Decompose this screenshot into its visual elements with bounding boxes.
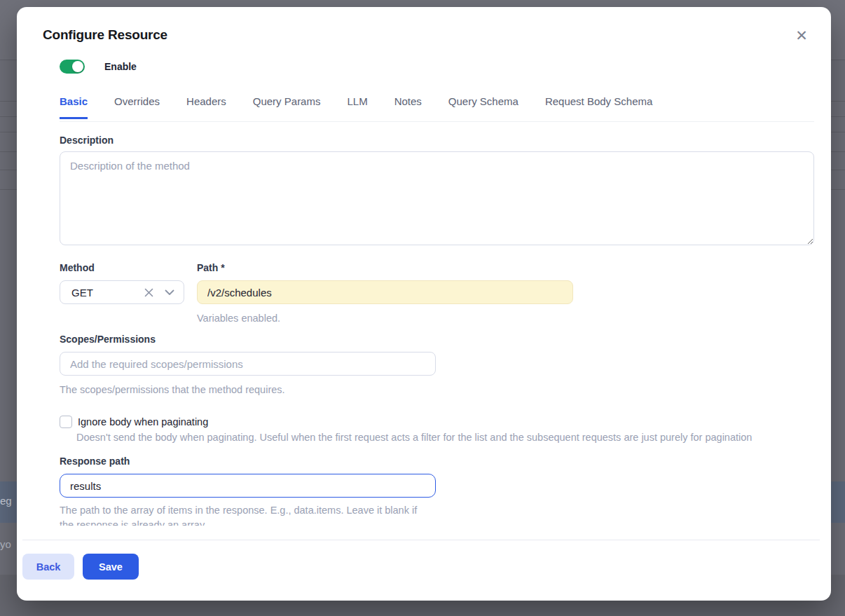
ignore-body-checkbox[interactable]	[60, 416, 72, 428]
tab-overrides[interactable]: Overrides	[114, 92, 160, 119]
method-label: Method	[60, 262, 95, 273]
path-input[interactable]	[197, 280, 573, 304]
tab-basic[interactable]: Basic	[60, 92, 88, 119]
tab-headers[interactable]: Headers	[186, 92, 226, 119]
method-select-value: GET	[71, 287, 144, 299]
tab-llm[interactable]: LLM	[347, 92, 367, 119]
description-textarea[interactable]	[60, 151, 814, 245]
backdrop-lower-text: yo	[0, 538, 11, 550]
path-label: Path *	[197, 262, 225, 273]
tab-notes[interactable]: Notes	[394, 92, 422, 119]
ignore-body-helper-text: Doesn't send the body when paginating. U…	[76, 430, 819, 445]
tab-query-schema[interactable]: Query Schema	[448, 92, 518, 119]
response-path-label: Response path	[60, 456, 130, 467]
description-label: Description	[60, 135, 114, 146]
footer-divider	[22, 540, 820, 540]
scopes-input[interactable]	[60, 352, 436, 376]
toggle-knob-icon	[72, 61, 83, 72]
close-button[interactable]: ✕	[792, 25, 811, 45]
enable-toggle-row: Enable	[60, 60, 137, 74]
backdrop-row-text: eg	[0, 495, 12, 507]
configure-resource-dialog: Configure Resource ✕ Enable Basic Overri…	[17, 7, 831, 601]
path-helper-text: Variables enabled.	[197, 311, 280, 326]
tab-bar: Basic Overrides Headers Query Params LLM…	[60, 92, 814, 122]
close-icon: ✕	[795, 28, 808, 43]
scopes-label: Scopes/Permissions	[60, 334, 156, 345]
response-path-helper-clip: The path to the array of items in the re…	[60, 503, 431, 526]
clear-icon[interactable]	[144, 288, 153, 297]
back-button[interactable]: Back	[22, 554, 74, 580]
tab-query-params[interactable]: Query Params	[253, 92, 321, 119]
dialog-title: Configure Resource	[43, 27, 167, 43]
ignore-body-label: Ignore body when paginating	[78, 416, 208, 427]
tab-request-body-schema[interactable]: Request Body Schema	[545, 92, 652, 119]
response-path-helper-text: The path to the array of items in the re…	[60, 503, 431, 526]
scopes-helper-text: The scopes/permissions that the method r…	[60, 383, 285, 397]
ignore-body-row: Ignore body when paginating	[60, 416, 208, 428]
enable-toggle[interactable]	[60, 60, 85, 74]
save-button[interactable]: Save	[83, 554, 139, 580]
response-path-input[interactable]	[60, 474, 436, 498]
enable-toggle-label: Enable	[104, 61, 137, 72]
chevron-down-icon[interactable]	[165, 289, 174, 296]
method-select[interactable]: GET	[60, 280, 184, 304]
